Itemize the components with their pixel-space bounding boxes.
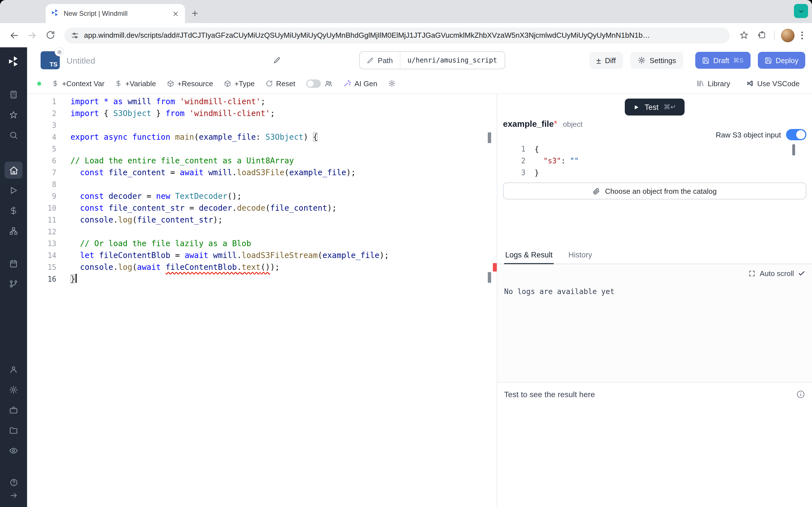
raw-s3-toggle[interactable] (786, 129, 806, 140)
code-editor[interactable]: 1import * as wmill from 'windmill-client… (27, 94, 497, 507)
line-number[interactable]: 11 (27, 214, 56, 226)
deploy-button[interactable]: Deploy (758, 52, 805, 69)
add-type-button[interactable]: +Type (224, 79, 255, 88)
profile-avatar[interactable] (781, 29, 795, 42)
sidebar-item-runs-play-icon[interactable] (4, 182, 22, 199)
sidebar-item-branch-icon[interactable] (4, 276, 22, 292)
line-number[interactable]: 10 (27, 202, 56, 214)
new-tab-button[interactable]: + (192, 8, 198, 18)
line-number[interactable]: 3 (503, 167, 525, 179)
add-variable-button[interactable]: +Variable (115, 79, 156, 88)
sidebar-item-resources-nodes-icon[interactable] (4, 223, 22, 239)
add-resource-button[interactable]: +Resource (167, 79, 213, 88)
expand-icon[interactable] (749, 270, 756, 277)
line-number[interactable]: 9 (27, 190, 56, 202)
code-line[interactable]: 1import * as wmill from 'windmill-client… (27, 96, 497, 108)
sidebar-item-settings-gear-icon[interactable] (4, 381, 22, 398)
forward-icon[interactable] (24, 27, 41, 44)
tab-close-icon[interactable] (171, 9, 180, 18)
sidebar-item-audit-eye-icon[interactable] (4, 442, 22, 459)
back-icon[interactable] (6, 27, 22, 44)
code-line[interactable]: 2 "s3": "" (503, 155, 806, 167)
typescript-badge[interactable]: TS (41, 51, 60, 69)
bookmark-star-icon[interactable] (735, 27, 752, 44)
sidebar-item-folders-folder-icon[interactable] (4, 422, 22, 439)
code-line[interactable]: 11 console.log(file_content_str); (27, 214, 497, 226)
collapse-arrow-right-icon[interactable] (4, 489, 22, 501)
line-number[interactable]: 13 (27, 238, 56, 249)
choose-object-button[interactable]: Choose an object from the catalog (503, 182, 806, 200)
sidebar-item-schedules-calendar-icon[interactable] (4, 255, 22, 272)
settings-button[interactable]: Settings (630, 52, 683, 69)
line-number[interactable]: 7 (27, 167, 56, 179)
library-button[interactable]: Library (696, 79, 730, 88)
code-line[interactable]: 3} (503, 167, 806, 179)
code-line[interactable]: 8 (27, 179, 497, 190)
code-line[interactable]: 12 (27, 226, 497, 238)
code-line[interactable]: 3 (27, 119, 497, 131)
line-number[interactable]: 8 (27, 179, 56, 190)
diff-button[interactable]: ± Diff (589, 52, 623, 69)
code-line[interactable]: 6// Load the entire file_content as a Ui… (27, 155, 497, 167)
auto-scroll-label[interactable]: Auto scroll (760, 269, 794, 278)
code-line[interactable]: 10 const file_content_str = decoder.deco… (27, 202, 497, 214)
reset-button[interactable]: Reset (265, 79, 295, 88)
sidebar-item-user-person-icon[interactable] (4, 361, 22, 378)
line-number[interactable]: 15 (27, 262, 56, 273)
use-vscode-button[interactable]: Use VSCode (746, 79, 800, 88)
code-line[interactable]: 9 const decoder = new TextDecoder(); (27, 190, 497, 202)
line-number[interactable]: 5 (27, 143, 56, 155)
sidebar-item-variables-dollar-icon[interactable] (4, 202, 22, 219)
line-number[interactable]: 2 (27, 108, 56, 119)
line-number[interactable]: 1 (503, 143, 525, 155)
json-scrollbar[interactable] (792, 144, 795, 156)
edit-title-pencil-icon[interactable] (273, 56, 281, 64)
path-value[interactable]: u/henri/amusing_script (400, 52, 504, 69)
script-title-input[interactable]: Untitled (66, 55, 273, 65)
test-button[interactable]: Test ⌘↵ (625, 99, 684, 115)
browser-tab[interactable]: New Script | Windmill (46, 4, 185, 23)
tab-search-button[interactable] (794, 4, 808, 18)
sidebar-item-home[interactable] (4, 162, 22, 179)
json-input-editor[interactable]: 1{2 "s3": ""3} (503, 143, 806, 179)
code-line[interactable]: 7 const file_content = await wmill.loadS… (27, 167, 497, 179)
ai-gen-button[interactable]: AI Gen (343, 79, 377, 88)
code-line[interactable]: 15 console.log(await fileContentBlob.tex… (27, 262, 497, 273)
tab-logs-result[interactable]: Logs & Result (504, 247, 554, 264)
search-icon[interactable] (4, 127, 22, 144)
line-number[interactable]: 16 (27, 273, 56, 285)
check-icon[interactable] (798, 270, 805, 277)
add-context-var-button[interactable]: +Context Var (52, 79, 105, 88)
site-settings-icon[interactable] (71, 31, 79, 39)
code-line[interactable]: 13 // Or load the file lazily as a Blob (27, 238, 497, 249)
reload-icon[interactable] (42, 27, 59, 44)
help-icon[interactable] (4, 476, 22, 489)
extensions-icon[interactable] (753, 27, 770, 44)
code-line[interactable]: 14 let fileContentBlob = await wmill.loa… (27, 249, 497, 262)
url-text[interactable]: app.windmill.dev/scripts/add#JTdCJTIyaGF… (84, 31, 650, 40)
sidebar-item-workers-briefcase-icon[interactable] (4, 402, 22, 418)
editor-settings-gear-icon[interactable] (388, 79, 396, 87)
line-number[interactable]: 1 (27, 96, 56, 108)
line-number[interactable]: 14 (27, 249, 56, 262)
code-line[interactable]: 1{ (503, 143, 806, 155)
calculator-icon[interactable] (4, 86, 22, 103)
draft-button[interactable]: Draft ⌘S (695, 52, 750, 69)
line-number[interactable]: 2 (503, 155, 525, 167)
browser-menu-icon[interactable] (798, 28, 806, 43)
url-bar[interactable]: app.windmill.dev/scripts/add#JTdCJTIyaGF… (64, 27, 730, 43)
line-number[interactable]: 4 (27, 131, 56, 143)
info-icon[interactable] (796, 390, 805, 399)
toggle-off[interactable] (306, 79, 320, 88)
code-line[interactable]: 5 (27, 143, 497, 155)
path-button[interactable]: Path (360, 52, 400, 69)
tab-history[interactable]: History (567, 247, 593, 264)
code-line[interactable]: 2import { S3Object } from 'windmill-clie… (27, 108, 497, 119)
windmill-logo-icon[interactable] (7, 55, 20, 70)
line-number[interactable]: 12 (27, 226, 56, 238)
line-number[interactable]: 3 (27, 119, 56, 131)
line-number[interactable]: 6 (27, 155, 56, 167)
star-icon[interactable] (4, 107, 22, 123)
multiplayer-toggle[interactable] (306, 79, 333, 88)
code-line[interactable]: 4export async function main(example_file… (27, 131, 497, 143)
